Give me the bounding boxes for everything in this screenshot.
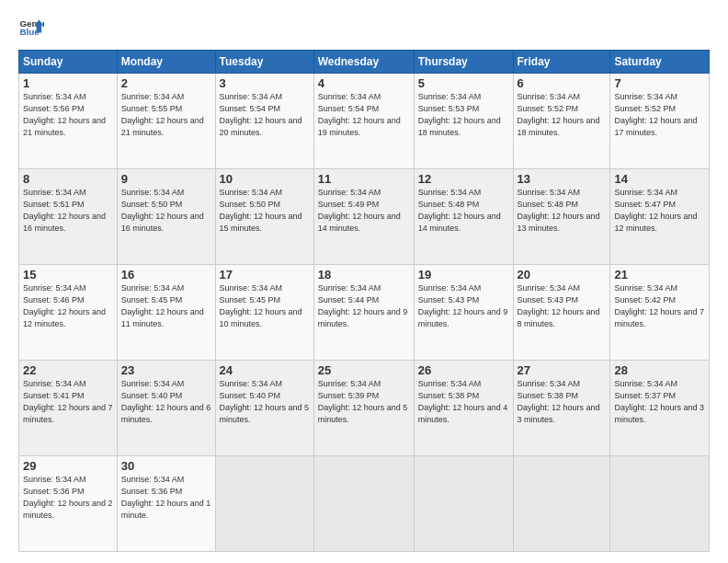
empty-cell: [215, 456, 313, 552]
table-row: 29 Sunrise: 5:34 AMSunset: 5:36 PMDaylig…: [19, 456, 118, 552]
logo: General Blue: [18, 15, 44, 40]
table-row: 25 Sunrise: 5:34 AMSunset: 5:39 PMDaylig…: [313, 361, 414, 456]
col-wednesday: Wednesday: [313, 51, 414, 74]
table-row: 3 Sunrise: 5:34 AMSunset: 5:54 PMDayligh…: [215, 74, 313, 169]
empty-cell: [610, 456, 710, 552]
table-row: 1 Sunrise: 5:34 AMSunset: 5:56 PMDayligh…: [19, 74, 118, 169]
table-row: 18 Sunrise: 5:34 AMSunset: 5:44 PMDaylig…: [313, 265, 414, 361]
calendar-week-row: 8 Sunrise: 5:34 AMSunset: 5:51 PMDayligh…: [19, 169, 710, 265]
col-sunday: Sunday: [19, 51, 118, 74]
table-row: 17 Sunrise: 5:34 AMSunset: 5:45 PMDaylig…: [215, 265, 313, 361]
table-row: 10 Sunrise: 5:34 AMSunset: 5:50 PMDaylig…: [215, 169, 313, 265]
table-row: 5 Sunrise: 5:34 AMSunset: 5:53 PMDayligh…: [414, 74, 513, 169]
col-saturday: Saturday: [610, 51, 710, 74]
col-friday: Friday: [513, 51, 610, 74]
table-row: 24 Sunrise: 5:34 AMSunset: 5:40 PMDaylig…: [215, 361, 313, 456]
col-thursday: Thursday: [414, 51, 513, 74]
table-row: 21 Sunrise: 5:34 AMSunset: 5:42 PMDaylig…: [610, 265, 710, 361]
col-monday: Monday: [117, 51, 215, 74]
table-row: 11 Sunrise: 5:34 AMSunset: 5:49 PMDaylig…: [313, 169, 414, 265]
table-row: 15 Sunrise: 5:34 AMSunset: 5:46 PMDaylig…: [19, 265, 118, 361]
calendar-header-row: Sunday Monday Tuesday Wednesday Thursday…: [19, 51, 710, 74]
logo-icon: General Blue: [18, 15, 44, 40]
table-row: 9 Sunrise: 5:34 AMSunset: 5:50 PMDayligh…: [117, 169, 215, 265]
calendar-week-row: 22 Sunrise: 5:34 AMSunset: 5:41 PMDaylig…: [19, 361, 710, 456]
header: General Blue: [18, 15, 710, 40]
table-row: 30 Sunrise: 5:34 AMSunset: 5:36 PMDaylig…: [117, 456, 215, 552]
table-row: 12 Sunrise: 5:34 AMSunset: 5:48 PMDaylig…: [414, 169, 513, 265]
table-row: 22 Sunrise: 5:34 AMSunset: 5:41 PMDaylig…: [19, 361, 118, 456]
col-tuesday: Tuesday: [215, 51, 313, 74]
empty-cell: [513, 456, 610, 552]
table-row: 16 Sunrise: 5:34 AMSunset: 5:45 PMDaylig…: [117, 265, 215, 361]
table-row: 28 Sunrise: 5:34 AMSunset: 5:37 PMDaylig…: [610, 361, 710, 456]
table-row: 26 Sunrise: 5:34 AMSunset: 5:38 PMDaylig…: [414, 361, 513, 456]
empty-cell: [313, 456, 414, 552]
page: General Blue Sunday Monday Tuesday Wedne…: [0, 0, 728, 563]
table-row: 19 Sunrise: 5:34 AMSunset: 5:43 PMDaylig…: [414, 265, 513, 361]
table-row: 27 Sunrise: 5:34 AMSunset: 5:38 PMDaylig…: [513, 361, 610, 456]
calendar-table: Sunday Monday Tuesday Wednesday Thursday…: [18, 50, 710, 552]
calendar-week-row: 1 Sunrise: 5:34 AMSunset: 5:56 PMDayligh…: [19, 74, 710, 169]
table-row: 23 Sunrise: 5:34 AMSunset: 5:40 PMDaylig…: [117, 361, 215, 456]
table-row: 7 Sunrise: 5:34 AMSunset: 5:52 PMDayligh…: [610, 74, 710, 169]
table-row: 2 Sunrise: 5:34 AMSunset: 5:55 PMDayligh…: [117, 74, 215, 169]
table-row: 6 Sunrise: 5:34 AMSunset: 5:52 PMDayligh…: [513, 74, 610, 169]
table-row: 8 Sunrise: 5:34 AMSunset: 5:51 PMDayligh…: [19, 169, 118, 265]
table-row: 14 Sunrise: 5:34 AMSunset: 5:47 PMDaylig…: [610, 169, 710, 265]
calendar-week-row: 29 Sunrise: 5:34 AMSunset: 5:36 PMDaylig…: [19, 456, 710, 552]
table-row: 4 Sunrise: 5:34 AMSunset: 5:54 PMDayligh…: [313, 74, 414, 169]
table-row: 13 Sunrise: 5:34 AMSunset: 5:48 PMDaylig…: [513, 169, 610, 265]
empty-cell: [414, 456, 513, 552]
calendar-week-row: 15 Sunrise: 5:34 AMSunset: 5:46 PMDaylig…: [19, 265, 710, 361]
table-row: 20 Sunrise: 5:34 AMSunset: 5:43 PMDaylig…: [513, 265, 610, 361]
